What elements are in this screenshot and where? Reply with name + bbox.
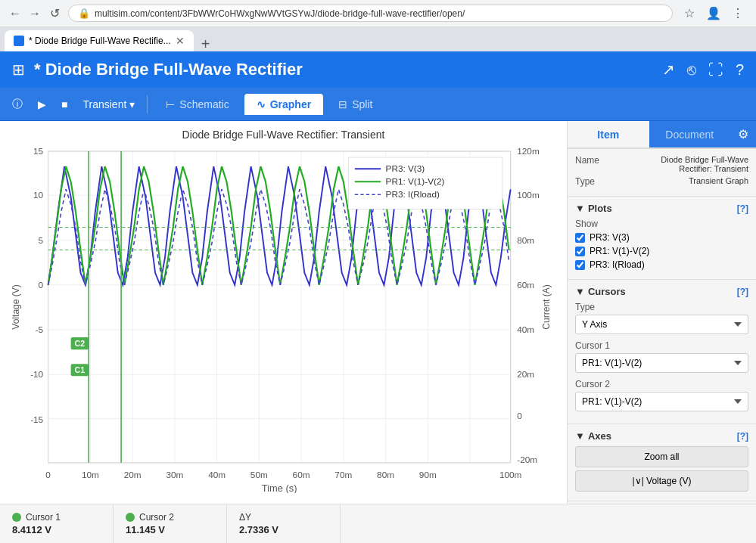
cursors-section: ▼ Cursors [?] Type Y Axis X Axis Cross C… [568,280,756,424]
svg-text:Time (s): Time (s) [262,483,297,493]
svg-text:20m: 20m [124,470,142,479]
type-label: Type [575,176,595,187]
svg-text:-20m: -20m [517,455,537,464]
document-tab[interactable]: Document [649,121,731,147]
cursors-help[interactable]: [?] [737,287,748,297]
forward-button[interactable]: → [27,6,42,21]
dropdown-arrow-icon: ▾ [129,98,135,110]
back-button[interactable]: ← [8,6,23,21]
pr3irload-checkbox-row: PR3: I(Rload) [575,259,748,270]
svg-text:C2: C2 [75,340,86,348]
grid-menu-icon[interactable]: ⊞ [12,61,25,79]
cursor2-label: Cursor 2 [575,379,748,389]
graph-area: Diode Bridge Full-Wave Rectifier: Transi… [0,121,567,504]
menu-icon[interactable]: ⋮ [727,3,748,24]
svg-text:PR3: V(3): PR3: V(3) [386,164,425,173]
account-icon[interactable]: 👤 [703,3,724,24]
svg-text:C1: C1 [75,367,86,375]
svg-text:70m: 70m [334,470,352,479]
fullscreen-icon[interactable]: ⛶ [708,61,723,79]
toolbar: ⓘ ▶ ■ Transient ▾ ⊢ Schematic ∿ Grapher … [0,88,756,121]
name-row: Name Diode Bridge Full-Wave Rectifier: T… [575,155,748,173]
tab-schematic[interactable]: ⊢ Schematic [154,94,241,115]
bookmark-icon[interactable]: ☆ [679,3,700,24]
cursor2-dropdown-row: Cursor 2 PR1: V(1)-V(2) PR3: V(3) PR3: I… [575,379,748,411]
cursor1-dropdown-row: Cursor 1 PR1: V(1)-V(2) PR3: V(3) PR3: I… [575,340,748,373]
address-bar[interactable]: 🔒 multisim.com/content/3FbWWrCoHWxgNwWVt… [68,5,673,22]
cursor2-dot [126,513,135,522]
item-tab[interactable]: Item [568,121,649,147]
graph-container[interactable]: 15 10 5 0 -5 -10 -15 120m 100m 80m 60m 4… [8,144,559,493]
axes-section: ▼ Axes [?] Zoom all |∨| Voltage (V) [568,424,756,501]
svg-text:0: 0 [45,470,51,479]
svg-text:10m: 10m [82,470,99,479]
browser-tab[interactable]: * Diode Bridge Full-Wave Rectifie... ✕ [5,30,194,51]
svg-text:PR1: V(1)-V(2): PR1: V(1)-V(2) [386,178,445,187]
app-header: ⊞ * Diode Bridge Full-Wave Rectifier ↗ ⎋… [0,51,756,88]
type-value: Transient Graph [689,176,748,187]
zoom-all-button[interactable]: Zoom all [575,446,748,467]
cursor-type-select[interactable]: Y Axis X Axis Cross [575,315,748,334]
reload-button[interactable]: ↺ [47,6,62,21]
simulation-dropdown-button[interactable]: Transient ▾ [76,95,141,113]
axes-header[interactable]: ▼ Axes [?] [575,430,748,442]
axes-help[interactable]: [?] [737,431,748,442]
graph-svg: 15 10 5 0 -5 -10 -15 120m 100m 80m 60m 4… [8,144,559,493]
cursor2-select[interactable]: PR1: V(1)-V(2) PR3: V(3) PR3: I(Rload) [575,392,748,411]
pr3irload-label: PR3: I(Rload) [590,259,645,270]
cursor-type-dropdown-row: Type Y Axis X Axis Cross [575,302,748,334]
voltage-button[interactable]: |∨| Voltage (V) [575,470,748,492]
tab-split[interactable]: ⊟ Split [326,94,384,115]
panel-settings-button[interactable]: ⚙ [730,121,756,147]
pr1v12-checkbox[interactable] [575,247,585,256]
cursors-header[interactable]: ▼ Cursors [?] [575,286,748,297]
play-icon: ▶ [38,98,46,110]
toolbar-separator [147,95,148,113]
cursor1-status: Cursor 1 8.4112 V [0,504,114,543]
cursor-type-label: Type [575,302,748,312]
cursor1-value: 8.4112 V [12,524,101,535]
play-button[interactable]: ▶ [32,95,52,113]
pr3v3-label: PR3: V(3) [590,232,630,243]
share-icon[interactable]: ↗ [662,61,675,79]
app-title: * Diode Bridge Full-Wave Rectifier [34,60,653,79]
external-link-icon[interactable]: ⎋ [687,61,696,79]
pr3v3-checkbox-row: PR3: V(3) [575,232,748,243]
cursor2-label-text: Cursor 2 [139,512,174,523]
stop-button[interactable]: ■ [55,95,73,113]
split-icon: ⊟ [338,98,347,110]
cursor1-select[interactable]: PR1: V(1)-V(2) PR3: V(3) PR3: I(Rload) [575,353,748,373]
plots-collapse-icon: ▼ [575,203,585,214]
cursor1-dot [12,513,21,522]
cursor1-label-text: Cursor 1 [26,512,61,523]
pr1v12-label: PR1: V(1)-V(2) [590,246,649,256]
schematic-icon: ⊢ [166,98,175,110]
app-header-actions: ↗ ⎋ ⛶ ? [662,61,744,79]
schematic-tab-label: Schematic [179,98,229,110]
stop-icon: ■ [61,98,67,110]
cursors-collapse-icon: ▼ [575,286,585,297]
plots-header[interactable]: ▼ Plots [?] [575,203,748,214]
svg-text:-15: -15 [30,415,43,424]
axes-title: Axes [588,430,611,442]
help-icon[interactable]: ? [736,61,744,79]
pr1v12-checkbox-row: PR1: V(1)-V(2) [575,246,748,256]
new-tab-button[interactable]: + [195,36,216,51]
svg-text:Current (A): Current (A) [541,284,552,330]
right-panel: Item Document ⚙ Name Diode Bridge Full-W… [567,121,756,504]
pr3irload-checkbox[interactable] [575,260,585,270]
wave-icon: ∿ [257,98,266,110]
svg-text:60m: 60m [293,470,310,479]
plots-help[interactable]: [?] [737,203,748,214]
tab-grapher[interactable]: ∿ Grapher [244,94,323,115]
axes-collapse-icon: ▼ [575,430,585,442]
tab-title: * Diode Bridge Full-Wave Rectifie... [29,36,171,46]
svg-text:100m: 100m [499,470,521,479]
svg-text:-5: -5 [36,325,43,334]
tab-close-button[interactable]: ✕ [176,35,185,47]
tab-favicon [14,36,24,46]
svg-text:Voltage (V): Voltage (V) [11,284,21,330]
pr3v3-checkbox[interactable] [575,233,585,243]
info-button[interactable]: ⓘ [6,95,29,114]
svg-text:10: 10 [33,191,43,200]
